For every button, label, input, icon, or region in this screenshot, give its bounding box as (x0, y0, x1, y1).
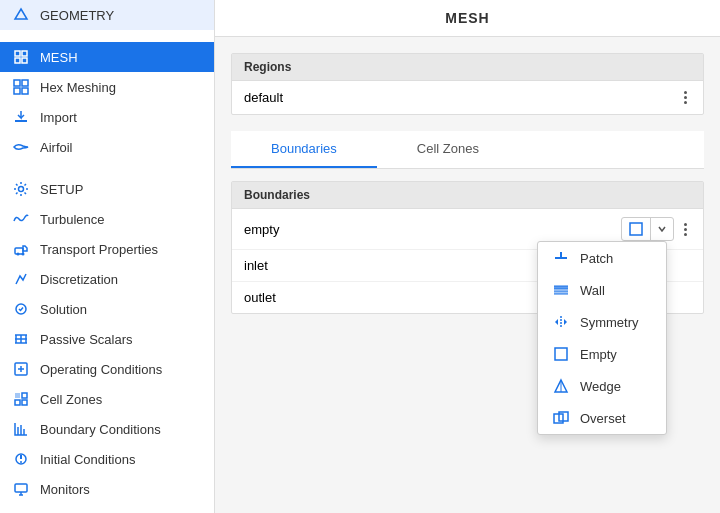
wedge-icon (552, 377, 570, 395)
svg-rect-27 (22, 400, 27, 405)
sidebar-item-passive-scalars[interactable]: Passive Scalars (0, 324, 214, 354)
regions-default-label: default (244, 90, 283, 105)
main-content: MESH Regions default Boundaries Cell Zon… (215, 0, 720, 513)
symmetry-icon (552, 313, 570, 331)
sidebar-item-discretization[interactable]: Discretization (0, 264, 214, 294)
sidebar-label-mesh: MESH (40, 50, 78, 65)
sidebar-label-solution: Solution (40, 302, 87, 317)
dropdown-item-symmetry[interactable]: Symmetry (538, 306, 666, 338)
tab-cell-zones[interactable]: Cell Zones (377, 131, 519, 168)
dropdown-item-wedge[interactable]: Wedge (538, 370, 666, 402)
sidebar-label-turbulence: Turbulence (40, 212, 105, 227)
import-icon (12, 108, 30, 126)
mesh-icon (12, 48, 30, 66)
sidebar-item-import[interactable]: Import (0, 102, 214, 132)
sidebar-label-airfoil: Airfoil (40, 140, 73, 155)
cell-zones-icon (12, 390, 30, 408)
svg-marker-50 (564, 319, 567, 325)
dropdown-item-overset[interactable]: Overset (538, 402, 666, 434)
sidebar-item-setup[interactable]: SETUP (0, 174, 214, 204)
monitors-icon (12, 480, 30, 498)
sidebar-label-import: Import (40, 110, 77, 125)
tab-boundaries[interactable]: Boundaries (231, 131, 377, 168)
regions-row-menu-button[interactable] (680, 89, 691, 106)
dropdown-item-wall[interactable]: Wall (538, 274, 666, 306)
page-title: MESH (215, 0, 720, 37)
svg-rect-1 (15, 51, 20, 56)
boundary-type-icon-empty (622, 218, 651, 240)
sidebar-item-initial-conditions[interactable]: Initial Conditions (0, 444, 214, 474)
dropdown-label-empty: Empty (580, 347, 617, 362)
transport-icon (12, 240, 30, 258)
svg-rect-39 (630, 223, 642, 235)
sidebar-label-setup: SETUP (40, 182, 83, 197)
sidebar-item-airfoil[interactable]: Airfoil (0, 132, 214, 162)
svg-rect-26 (15, 400, 20, 405)
boundary-label-empty: empty (244, 222, 279, 237)
svg-point-12 (17, 253, 20, 256)
dropdown-label-patch: Patch (580, 251, 613, 266)
boundaries-header: Boundaries (232, 182, 703, 209)
sidebar-label-geometry: GEOMETRY (40, 8, 114, 23)
dropdown-item-empty[interactable]: Empty (538, 338, 666, 370)
sidebar-item-transport-properties[interactable]: Transport Properties (0, 234, 214, 264)
solution-icon (12, 300, 30, 318)
svg-point-13 (22, 253, 25, 256)
boundary-row-empty: empty (232, 209, 703, 250)
svg-rect-7 (14, 88, 20, 94)
sidebar-label-monitors: Monitors (40, 482, 90, 497)
sidebar-label-passive-scalars: Passive Scalars (40, 332, 132, 347)
dropdown-label-overset: Overset (580, 411, 626, 426)
sidebar-item-cell-zones[interactable]: Cell Zones (0, 384, 214, 414)
sidebar-item-hex-meshing[interactable]: Hex Meshing (0, 72, 214, 102)
regions-header: Regions (232, 54, 703, 81)
svg-marker-0 (15, 9, 27, 19)
boundary-label-inlet: inlet (244, 258, 268, 273)
boundary-label-outlet: outlet (244, 290, 276, 305)
turbulence-icon (12, 210, 30, 228)
sidebar-label-transport-properties: Transport Properties (40, 242, 158, 257)
main-body: Regions default Boundaries Cell Zones Bo… (215, 37, 720, 513)
svg-marker-49 (555, 319, 558, 325)
boundary-row-menu-empty[interactable] (680, 221, 691, 238)
sidebar-item-turbulence[interactable]: Turbulence (0, 204, 214, 234)
svg-rect-5 (14, 80, 20, 86)
sidebar-item-solution[interactable]: Solution (0, 294, 214, 324)
svg-point-10 (19, 187, 24, 192)
overset-icon (552, 409, 570, 427)
sidebar-label-cell-zones: Cell Zones (40, 392, 102, 407)
sidebar-item-monitors[interactable]: Monitors (0, 474, 214, 504)
setup-icon (12, 180, 30, 198)
dropdown-label-symmetry: Symmetry (580, 315, 639, 330)
chevron-down-icon (651, 220, 673, 238)
svg-rect-4 (22, 58, 27, 63)
svg-rect-34 (15, 484, 27, 492)
sidebar-item-boundary-conditions[interactable]: Boundary Conditions (0, 414, 214, 444)
sidebar-item-geometry[interactable]: GEOMETRY (0, 0, 214, 30)
sidebar-label-hex-meshing: Hex Meshing (40, 80, 116, 95)
regions-row-default: default (232, 81, 703, 114)
tabs-bar: Boundaries Cell Zones (231, 131, 704, 169)
boundary-controls-empty (621, 217, 691, 241)
boundaries-card: Boundaries empty (231, 181, 704, 314)
airfoil-icon (12, 138, 30, 156)
dropdown-label-wall: Wall (580, 283, 605, 298)
dropdown-label-wedge: Wedge (580, 379, 621, 394)
sidebar-label-initial-conditions: Initial Conditions (40, 452, 135, 467)
geometry-icon (12, 6, 30, 24)
wall-icon (552, 281, 570, 299)
dropdown-item-patch[interactable]: Patch (538, 242, 666, 274)
sidebar-label-discretization: Discretization (40, 272, 118, 287)
svg-point-33 (20, 461, 22, 463)
sidebar-label-boundary-conditions: Boundary Conditions (40, 422, 161, 437)
regions-card: Regions default (231, 53, 704, 115)
sidebar-item-mesh[interactable]: MESH (0, 42, 214, 72)
operating-conditions-icon (12, 360, 30, 378)
svg-rect-2 (22, 51, 27, 56)
svg-rect-25 (22, 393, 27, 398)
sidebar-label-operating-conditions: Operating Conditions (40, 362, 162, 377)
empty-icon (552, 345, 570, 363)
boundary-type-button-empty[interactable] (621, 217, 674, 241)
svg-rect-9 (15, 120, 27, 122)
sidebar-item-operating-conditions[interactable]: Operating Conditions (0, 354, 214, 384)
